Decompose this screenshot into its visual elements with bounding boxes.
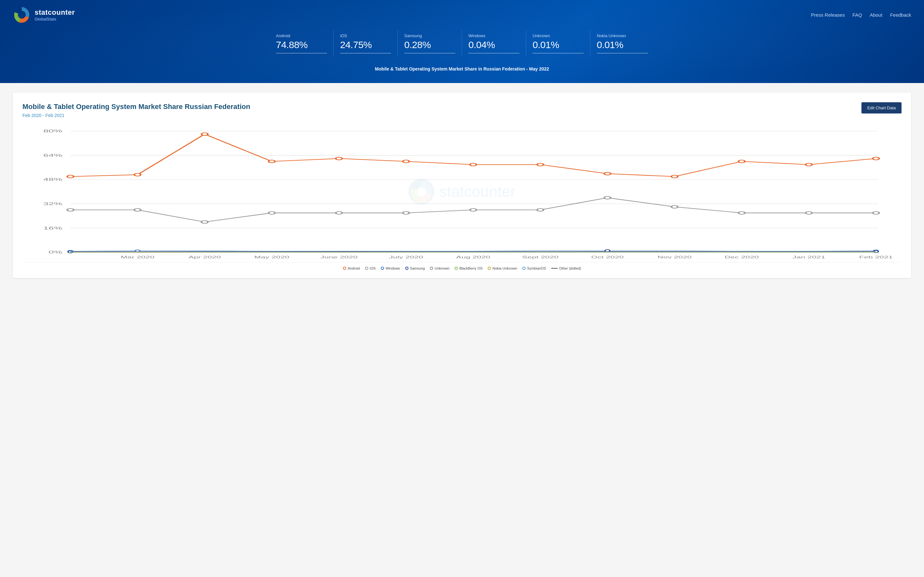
stat-unknown-value: 0.01% [533, 39, 583, 50]
chart-area: statcounter 80% 64% 48% 32 [23, 124, 901, 259]
svg-text:Dec 2020: Dec 2020 [725, 255, 759, 259]
legend-windows[interactable]: Windows [381, 266, 400, 270]
svg-text:80%: 80% [43, 129, 63, 133]
svg-point-39 [738, 160, 745, 163]
svg-point-53 [806, 211, 812, 214]
stat-android: Android 74.88% [270, 30, 334, 57]
svg-point-52 [738, 211, 745, 214]
svg-text:Oct 2020: Oct 2020 [591, 255, 624, 259]
header: statcounter GlobalStats Press Releases F… [0, 0, 924, 83]
svg-text:Feb 2021: Feb 2021 [859, 255, 893, 259]
legend-samsung[interactable]: Samsung [405, 266, 425, 270]
svg-text:Nov 2020: Nov 2020 [657, 255, 692, 259]
svg-point-43 [134, 208, 141, 211]
svg-point-31 [202, 133, 208, 135]
stat-ios-value: 24.75% [340, 39, 391, 50]
stat-android-label: Android [276, 33, 327, 38]
nav-links: Press Releases FAQ About Feedback [811, 12, 911, 18]
svg-point-35 [470, 163, 477, 166]
svg-point-38 [672, 175, 678, 177]
chart-container: Mobile & Tablet Operating System Market … [13, 93, 911, 278]
svg-text:0%: 0% [48, 250, 62, 254]
stat-samsung: Samsung 0.28% [398, 30, 462, 57]
brand-sub: GlobalStats [35, 17, 75, 21]
legend-other[interactable]: Other (dotted) [551, 266, 581, 270]
logo-icon [13, 6, 31, 24]
nav-about[interactable]: About [870, 12, 882, 18]
chart-date-range: Feb 2020 - Feb 2021 [23, 113, 861, 118]
svg-point-45 [268, 211, 275, 214]
svg-point-36 [537, 163, 543, 166]
stat-nokia-value: 0.01% [597, 39, 648, 50]
svg-point-49 [537, 208, 543, 211]
nav-feedback[interactable]: Feedback [890, 12, 911, 18]
svg-point-46 [336, 211, 342, 214]
svg-point-37 [604, 172, 611, 175]
svg-point-51 [672, 205, 678, 208]
stat-windows: Windows 0.04% [462, 30, 526, 57]
svg-text:64%: 64% [43, 153, 63, 157]
stat-nokia-label: Nokia Unknown [597, 33, 648, 38]
stat-android-value: 74.88% [276, 39, 327, 50]
svg-point-48 [470, 208, 477, 211]
svg-text:16%: 16% [43, 226, 63, 230]
svg-text:48%: 48% [43, 177, 63, 181]
svg-point-59 [605, 250, 610, 251]
stat-unknown-label: Unknown [533, 33, 583, 38]
legend: Android iOS Windows Samsung Unknown Blac… [23, 262, 901, 271]
svg-point-54 [873, 211, 879, 214]
svg-text:Jan 2021: Jan 2021 [792, 255, 825, 259]
chart-svg: 80% 64% 48% 32% 16% 0% Mar 2020 Apr 2020… [23, 124, 901, 259]
nav-press-releases[interactable]: Press Releases [811, 12, 845, 18]
stat-ios-label: iOS [340, 33, 391, 38]
chart-title: Mobile & Tablet Operating System Market … [23, 102, 861, 111]
stat-samsung-label: Samsung [404, 33, 455, 38]
stat-windows-value: 0.04% [468, 39, 519, 50]
stats-bar: Android 74.88% iOS 24.75% Samsung 0.28% … [0, 27, 924, 63]
svg-point-33 [336, 157, 342, 160]
svg-point-30 [134, 173, 141, 176]
svg-text:May 2020: May 2020 [254, 255, 289, 259]
chart-header: Mobile & Tablet Operating System Market … [23, 102, 901, 118]
logo-area: statcounter GlobalStats [13, 6, 75, 24]
svg-point-41 [873, 157, 879, 160]
svg-text:Sept 2020: Sept 2020 [522, 255, 559, 259]
stat-samsung-value: 0.28% [404, 39, 455, 50]
svg-point-44 [202, 221, 208, 223]
legend-symbian[interactable]: SymbianOS [522, 266, 546, 270]
nav-bar: statcounter GlobalStats Press Releases F… [0, 0, 924, 27]
svg-text:July 2020: July 2020 [389, 255, 423, 259]
svg-text:32%: 32% [43, 201, 63, 206]
edit-chart-button[interactable]: Edit Chart Data [861, 102, 901, 113]
svg-text:Aug 2020: Aug 2020 [456, 255, 491, 259]
stat-nokia: Nokia Unknown 0.01% [590, 30, 654, 57]
legend-android[interactable]: Android [343, 266, 360, 270]
stat-unknown: Unknown 0.01% [526, 30, 590, 57]
header-subtitle: Mobile & Tablet Operating System Market … [0, 63, 924, 77]
legend-ios[interactable]: iOS [365, 266, 376, 270]
svg-point-50 [604, 196, 611, 199]
svg-text:Apr 2020: Apr 2020 [188, 255, 221, 259]
svg-text:Mar 2020: Mar 2020 [121, 255, 154, 259]
svg-point-29 [67, 175, 73, 177]
stat-windows-label: Windows [468, 33, 519, 38]
svg-point-34 [403, 160, 409, 163]
svg-point-32 [268, 160, 275, 163]
svg-point-40 [806, 163, 812, 166]
legend-unknown[interactable]: Unknown [430, 266, 449, 270]
svg-text:June 2020: June 2020 [320, 255, 357, 259]
legend-blackberry[interactable]: BlackBerry OS [455, 266, 483, 270]
logo-text: statcounter GlobalStats [35, 8, 75, 21]
brand-name: statcounter [35, 8, 75, 17]
main-content: Mobile & Tablet Operating System Market … [0, 83, 924, 287]
svg-point-47 [403, 211, 409, 214]
svg-point-2 [19, 12, 24, 17]
stat-ios: iOS 24.75% [334, 30, 398, 57]
nav-faq[interactable]: FAQ [853, 12, 862, 18]
chart-title-group: Mobile & Tablet Operating System Market … [23, 102, 861, 118]
legend-nokia[interactable]: Nokia Unknown [488, 266, 517, 270]
svg-point-42 [67, 208, 73, 211]
